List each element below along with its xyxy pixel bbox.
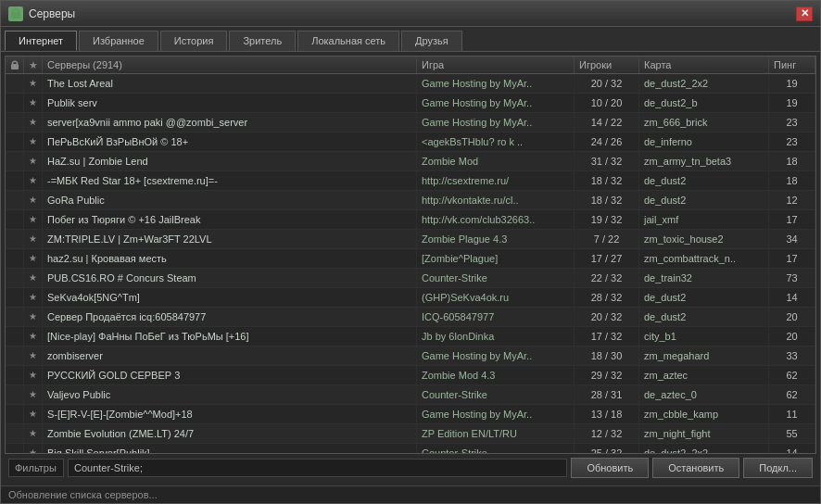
row-ping: 20 (769, 327, 815, 346)
table-row[interactable]: ★РУССКИЙ GOLD СЕРВЕР 3Zombie Mod 4.329 /… (6, 366, 815, 385)
table-body[interactable]: ★The Lost ArealGame Hosting by MyAr..20 … (6, 74, 815, 453)
header-map[interactable]: Карта (639, 57, 769, 73)
table-row[interactable]: ★SeKva4ok[5NG^Tm](GHP)SeKva4ok.ru28 / 32… (6, 288, 815, 308)
row-map: de_dust2 (639, 171, 769, 190)
row-star-icon[interactable]: ★ (24, 385, 43, 404)
row-star-icon[interactable]: ★ (24, 171, 43, 190)
row-star-icon[interactable]: ★ (24, 444, 43, 453)
row-star-icon[interactable]: ★ (24, 74, 43, 93)
row-server-name: Publik serv (43, 94, 417, 112)
table-row[interactable]: ★zombiserverGame Hosting by MyAr..18 / 3… (6, 346, 815, 366)
table-row[interactable]: ★Publik servGame Hosting by MyAr..10 / 2… (6, 94, 815, 113)
tab-friends[interactable]: Друзья (401, 31, 462, 51)
row-star-icon[interactable]: ★ (24, 424, 43, 443)
row-lock-icon (6, 230, 24, 248)
server-table: ★ Серверы (2914) Игра Игроки Карта Пинг … (5, 56, 816, 454)
row-ping: 11 (769, 405, 815, 423)
row-game: (GHP)SeKva4ok.ru (417, 288, 575, 307)
row-star-icon[interactable]: ★ (24, 113, 43, 132)
table-row[interactable]: ★The Lost ArealGame Hosting by MyAr..20 … (6, 74, 815, 94)
row-star-icon[interactable]: ★ (24, 249, 43, 268)
tab-internet[interactable]: Интернет (5, 31, 77, 51)
header-lock[interactable] (6, 57, 24, 73)
row-star-icon[interactable]: ★ (24, 191, 43, 209)
row-server-name: ZM:TRIPLE.LV | Zm+War3FT 22LVL (43, 230, 417, 248)
row-map: de_inferno (639, 132, 769, 151)
row-players: 18 / 32 (575, 191, 639, 209)
tab-favorites[interactable]: Избранное (79, 31, 158, 51)
filter-label: Фильтры (8, 459, 64, 477)
row-ping: 55 (769, 424, 815, 443)
row-server-name: haz2.su | Кровавая месть (43, 249, 417, 268)
table-row[interactable]: ★-=МБК Red Star 18+ [csextreme.ru]=-http… (6, 171, 815, 191)
table-row[interactable]: ★GoRa Publichttp://vkontakte.ru/cl..18 /… (6, 191, 815, 210)
close-button[interactable]: ✕ (796, 6, 813, 21)
row-ping: 17 (769, 249, 815, 268)
table-row[interactable]: ★Big Skill Server[Publik]Counter-Strike2… (6, 444, 815, 453)
row-ping: 23 (769, 132, 815, 151)
table-header: ★ Серверы (2914) Игра Игроки Карта Пинг (6, 57, 815, 74)
row-map: de_train32 (639, 269, 769, 287)
row-game: Game Hosting by MyAr.. (417, 346, 575, 365)
row-map: de_dust2 (639, 308, 769, 326)
row-star-icon[interactable]: ★ (24, 308, 43, 326)
header-game[interactable]: Игра (417, 57, 575, 73)
row-map: de_dust2_2x2 (639, 444, 769, 453)
row-star-icon[interactable]: ★ (24, 94, 43, 112)
row-server-name: HaZ.su | Zombie Lend (43, 152, 417, 170)
row-star-icon[interactable]: ★ (24, 132, 43, 151)
status-bar: Обновление списка серверов... (1, 485, 820, 503)
row-ping: 62 (769, 366, 815, 384)
header-servers[interactable]: Серверы (2914) (43, 57, 417, 73)
row-lock-icon (6, 171, 24, 190)
row-lock-icon (6, 94, 24, 112)
row-star-icon[interactable]: ★ (24, 210, 43, 229)
row-star-icon[interactable]: ★ (24, 152, 43, 170)
row-game: Game Hosting by MyAr.. (417, 113, 575, 132)
refresh-button[interactable]: Обновить (571, 458, 649, 478)
row-star-icon[interactable]: ★ (24, 327, 43, 346)
header-ping[interactable]: Пинг (769, 57, 815, 73)
row-server-name: PUB.CS16.RO # Concurs Steam (43, 269, 417, 287)
row-lock-icon (6, 210, 24, 229)
row-ping: 19 (769, 94, 815, 112)
table-row[interactable]: ★haz2.su | Кровавая месть[Zombie^Plague]… (6, 249, 815, 269)
row-star-icon[interactable]: ★ (24, 405, 43, 423)
row-server-name: server[xa9vnii ammo paki @@zombi_server (43, 113, 417, 132)
table-row[interactable]: ★[Nice-play] ФаНны ПоБеГ из ТюРьМы [+16]… (6, 327, 815, 346)
header-players[interactable]: Игроки (575, 57, 639, 73)
stop-button[interactable]: Остановить (652, 458, 739, 478)
row-star-icon[interactable]: ★ (24, 269, 43, 287)
row-lock-icon (6, 308, 24, 326)
tab-history[interactable]: История (160, 31, 228, 51)
row-players: 17 / 32 (575, 327, 639, 346)
table-row[interactable]: ★server[xa9vnii ammo paki @@zombi_server… (6, 113, 815, 132)
row-ping: 33 (769, 346, 815, 365)
table-row[interactable]: ★HaZ.su | Zombie LendZombie Mod31 / 32zm… (6, 152, 815, 171)
row-star-icon[interactable]: ★ (24, 288, 43, 307)
table-row[interactable]: ★ZM:TRIPLE.LV | Zm+War3FT 22LVLZombie Pl… (6, 230, 815, 249)
tab-spectator[interactable]: Зритель (229, 31, 296, 51)
table-row[interactable]: ★PUB.CS16.RO # Concurs SteamCounter-Stri… (6, 269, 815, 288)
row-players: 10 / 20 (575, 94, 639, 112)
row-star-icon[interactable]: ★ (24, 230, 43, 248)
connect-button[interactable]: Подкл... (743, 458, 813, 478)
row-map: de_dust2_2x2 (639, 74, 769, 93)
row-lock-icon (6, 74, 24, 93)
row-lock-icon (6, 444, 24, 453)
row-star-icon[interactable]: ★ (24, 366, 43, 384)
row-lock-icon (6, 269, 24, 287)
row-map: zm_cbble_kamp (639, 405, 769, 423)
table-row[interactable]: ★ПеРьВсКиЙ ВзРыВнОй © 18+<agekBsTHblu? r… (6, 132, 815, 152)
table-row[interactable]: ★Zombie Evolution (ZME.LT) 24/7ZP Editio… (6, 424, 815, 444)
tab-lan[interactable]: Локальная сеть (297, 31, 399, 51)
row-server-name: Big Skill Server[Publik] (43, 444, 417, 453)
row-players: 22 / 32 (575, 269, 639, 287)
table-row[interactable]: ★Сервер Продаётся icq:605847977ICQ-60584… (6, 308, 815, 327)
table-row[interactable]: ★Valjevo PublicCounter-Strike28 / 31de_a… (6, 385, 815, 405)
row-players: 31 / 32 (575, 152, 639, 170)
row-star-icon[interactable]: ★ (24, 346, 43, 365)
table-row[interactable]: ★Побег из Тюряги © +16 JailBreakhttp://v… (6, 210, 815, 230)
table-row[interactable]: ★S-[E]R-V-[E]-[Zombie^^Mod]+18Game Hosti… (6, 405, 815, 424)
header-star[interactable]: ★ (24, 57, 43, 73)
